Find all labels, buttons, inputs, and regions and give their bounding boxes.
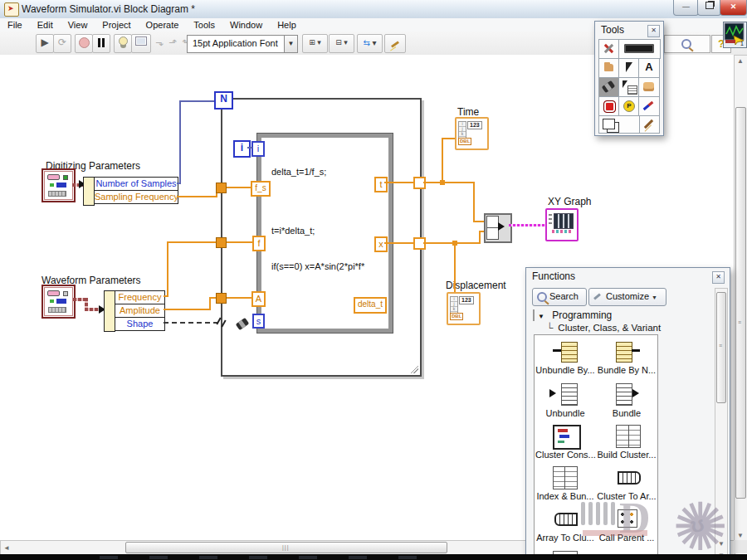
paint-tool[interactable] (639, 115, 660, 134)
formula-output-delta-t[interactable]: delta_t (354, 297, 387, 314)
wire-i[interactable] (247, 147, 252, 149)
unbundle-field-amplitude[interactable]: Amplitude (115, 304, 165, 318)
palette-item-label[interactable]: Unbundle By... (535, 365, 595, 375)
edit-text-tool[interactable]: A (638, 58, 660, 78)
unbundle-field-sampling-frequency[interactable]: Sampling Frequency (94, 190, 178, 204)
scroll-left-icon[interactable]: ◄ (3, 544, 10, 552)
wire-cluster-waveform-h2[interactable] (85, 308, 100, 311)
retain-wire-values-button[interactable] (131, 34, 151, 53)
unbundle-by-name-node-waveform[interactable] (104, 290, 115, 332)
formula-input-fs[interactable]: f_s (251, 181, 271, 197)
wire-t-2[interactable] (423, 182, 475, 183)
functions-palette-scrollbar[interactable]: ≡ ▼ ▼ (715, 288, 728, 560)
step-over-button[interactable]: ⬏ (166, 34, 180, 53)
wire-n-3[interactable] (179, 100, 214, 102)
wire-x-1[interactable] (384, 242, 414, 244)
operate-value-tool[interactable] (598, 58, 620, 78)
tunnel-fs[interactable] (216, 183, 227, 193)
formula-code[interactable]: delta_t=1/f_s; t=i*delta_t; if(s==0) x=A… (271, 142, 388, 275)
set-color-tool[interactable] (598, 115, 640, 134)
formula-input-i[interactable]: i (251, 141, 265, 157)
menu-operate[interactable]: Operate (139, 19, 187, 31)
auto-tool-select-button[interactable] (598, 39, 620, 59)
palette-item-label[interactable]: Call Parent ... (597, 533, 657, 543)
run-continuously-button[interactable]: ⟳ (53, 34, 71, 53)
wire-n-2[interactable] (179, 100, 181, 184)
wire-a-4[interactable] (225, 297, 251, 299)
subcategory-cluster-class-variant[interactable]: └ Cluster, Class, & Variant (546, 323, 661, 333)
menu-project[interactable]: Project (95, 19, 138, 31)
palette-item-label[interactable]: Build Cluster... (597, 450, 657, 460)
wire-fs-3[interactable] (225, 187, 251, 188)
get-color-tool[interactable] (638, 96, 660, 116)
wire-a-2[interactable] (209, 298, 211, 310)
palette-item-label[interactable]: Bundle By N... (597, 365, 657, 375)
pause-button[interactable] (92, 34, 110, 53)
unbundle-field-frequency[interactable]: Frequency (115, 290, 165, 304)
palette-item-label[interactable]: Bundle (597, 408, 657, 418)
palette-item-label[interactable]: Cluster To Ar... (597, 491, 657, 501)
wire-t-1[interactable] (384, 182, 414, 183)
wire-time-branch-h[interactable] (442, 138, 455, 139)
wire-t-3[interactable] (473, 182, 475, 222)
distribute-objects-button[interactable]: ⊟ ▾ (329, 34, 354, 53)
probe-data-tool[interactable]: P (618, 96, 640, 116)
wire-a-1[interactable] (164, 309, 211, 310)
palette-item-cluster-constant[interactable] (553, 425, 581, 450)
clean-up-diagram-button[interactable] (384, 34, 406, 53)
functions-search-button[interactable]: Search (532, 288, 587, 306)
wire-f-4[interactable] (225, 241, 252, 243)
connect-wire-tool-selected[interactable] (598, 77, 620, 97)
palette-item-build-cluster-array[interactable] (616, 425, 641, 448)
menu-view[interactable]: View (61, 19, 95, 31)
formula-input-f[interactable]: f (252, 236, 266, 251)
loop-resize-grip[interactable] (409, 364, 418, 373)
font-selector-dropdown[interactable]: ▼ (284, 35, 298, 53)
palette-item-index-bundle[interactable] (553, 466, 578, 489)
wire-f-2[interactable] (167, 241, 168, 297)
wire-t-4[interactable] (473, 221, 484, 222)
step-into-button[interactable]: ⬎ (153, 34, 167, 53)
scroll-down-icon[interactable]: ▼ (718, 540, 725, 548)
palette-item-label[interactable]: Array To Clu... (535, 533, 595, 543)
functions-scrollbar-thumb[interactable]: ≡ (716, 292, 726, 403)
tools-palette-close-button[interactable]: ✕ (647, 25, 660, 37)
scroll-down-icon[interactable]: ▼ (737, 532, 744, 539)
vertical-scrollbar[interactable]: ▲ ≡ ▼ (734, 55, 747, 542)
functions-customize-button[interactable]: Customize ▼ (588, 288, 666, 306)
menu-help[interactable]: Help (270, 19, 304, 31)
palette-item-call-parent[interactable] (618, 509, 637, 528)
font-selector[interactable]: 15pt Application Font (187, 35, 290, 53)
menu-file[interactable]: File (0, 19, 30, 31)
abort-button[interactable] (75, 34, 93, 53)
unbundle-field-number-of-samples[interactable]: Number of Samples (94, 177, 178, 191)
unbundle-by-name-node-digitizing[interactable] (83, 177, 95, 206)
close-button[interactable]: ✕ (720, 0, 747, 16)
restore-button[interactable] (697, 0, 721, 16)
minimize-button[interactable]: — (673, 0, 699, 16)
formula-input-A[interactable]: A (251, 291, 266, 307)
formula-output-x[interactable]: x (374, 236, 388, 252)
horizontal-scrollbar-thumb[interactable]: ||| (125, 542, 447, 553)
run-button[interactable]: ▶ (36, 34, 54, 53)
palette-item-label[interactable]: Cluster Cons... (535, 450, 595, 460)
palette-item-label[interactable]: Unbundle (535, 408, 595, 418)
quick-search-box[interactable] (664, 35, 710, 53)
shortcut-menu-tool[interactable] (618, 77, 640, 97)
reorder-button[interactable]: ⇆ ▾ (357, 34, 383, 53)
waveform-parameters-control[interactable] (42, 285, 76, 319)
wire-shape-broken[interactable] (164, 322, 218, 324)
digitizing-parameters-control[interactable] (42, 168, 76, 202)
position-select-tool[interactable] (618, 58, 640, 78)
wire-fs-1[interactable] (177, 196, 217, 197)
category-programming[interactable]: ▼ Programming (533, 309, 612, 321)
loop-iteration-terminal[interactable]: i (233, 140, 251, 158)
vertical-scrollbar-thumb[interactable]: ≡ (735, 107, 746, 499)
tunnel-f[interactable] (216, 237, 227, 248)
breakpoint-tool[interactable] (598, 96, 620, 116)
xy-graph-indicator[interactable] (545, 208, 579, 241)
vi-context-icon[interactable]: 1 (723, 22, 747, 48)
time-indicator[interactable]: ijk 123 DBL (455, 117, 489, 150)
scroll-up-icon[interactable]: ▲ (737, 57, 744, 65)
unbundle-field-shape[interactable]: Shape (115, 317, 165, 331)
